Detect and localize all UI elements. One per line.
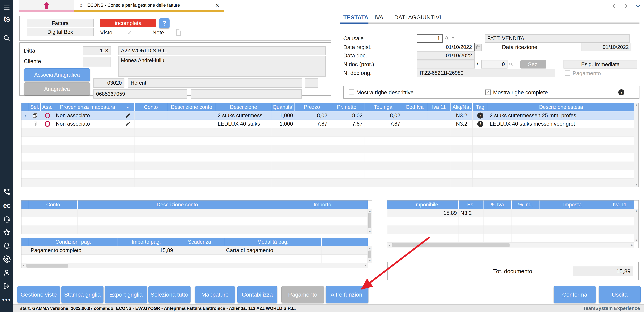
grid-cell[interactable] [488, 153, 634, 162]
causale-code-field[interactable]: 1 [417, 34, 443, 43]
grid-cell[interactable] [22, 162, 29, 170]
table-row-empty[interactable] [388, 226, 634, 234]
grid-cell[interactable] [54, 136, 121, 145]
grid-cell[interactable] [295, 136, 329, 145]
grid-cell[interactable] [216, 145, 271, 153]
edit-pencil-icon[interactable] [121, 111, 135, 119]
grid-cell[interactable] [451, 128, 472, 136]
col-iva-11[interactable]: Iva 11 [605, 201, 634, 209]
table-row-empty[interactable] [22, 136, 634, 145]
cell-modalita[interactable]: Carta di pagamento [224, 246, 322, 254]
cell-iva-11[interactable] [427, 111, 451, 119]
table-row[interactable]: › Non associato 2 stuks cuttermess 1,000… [22, 111, 634, 120]
scroll-right-icon[interactable]: ► [364, 263, 368, 268]
tag-info-icon[interactable]: i [472, 120, 488, 128]
grid-cell[interactable] [41, 162, 54, 170]
grid-cell[interactable] [121, 179, 135, 187]
grid-cell[interactable] [54, 153, 121, 162]
favorite-star-icon[interactable]: ☆ [78, 2, 84, 9]
grid-cell[interactable] [329, 162, 364, 170]
grid-cell[interactable] [459, 226, 484, 234]
grid-cell[interactable] [451, 145, 472, 153]
grid-cell[interactable] [54, 179, 121, 187]
citta-field[interactable]: Herent [128, 78, 302, 88]
scroll-down-icon[interactable]: ▼ [634, 238, 638, 242]
grid-cell[interactable] [295, 153, 329, 162]
grid-cell[interactable] [295, 170, 329, 178]
cell-tot-riga[interactable]: 8,02 [364, 111, 402, 119]
col-aliq-nat[interactable]: Aliq/Nat [451, 103, 472, 111]
cell-imponibile[interactable]: 15,89 [394, 209, 459, 217]
grid-cell[interactable] [29, 153, 41, 162]
grid-cell[interactable] [22, 209, 29, 217]
grid-cell[interactable] [121, 153, 135, 162]
col-descrizione[interactable]: Descrizione [216, 103, 271, 111]
esig-immediata-button[interactable]: Esig. Immediata [564, 60, 637, 69]
grid-cell[interactable] [29, 128, 41, 136]
grid-cell[interactable] [54, 170, 121, 178]
edit-pencil-icon[interactable] [121, 120, 135, 128]
mostra-descrittive-checkbox[interactable] [349, 89, 354, 95]
grid-cell[interactable] [472, 153, 488, 162]
col-quantita[interactable]: Quantita' [271, 103, 295, 111]
grid-cell[interactable] [451, 170, 472, 178]
scroll-down-icon[interactable]: ▼ [634, 183, 638, 187]
grid-cell[interactable] [167, 162, 216, 170]
grid-cell[interactable] [54, 162, 121, 170]
grid-cell[interactable] [29, 145, 41, 153]
cliente-code-field[interactable] [83, 57, 111, 67]
grid-cell[interactable] [540, 217, 605, 226]
table-row-empty[interactable] [22, 153, 634, 162]
grid-cell[interactable] [22, 179, 29, 187]
vertical-scrollbar[interactable]: ▲ ▼ [634, 209, 638, 242]
col-indicator[interactable] [22, 201, 29, 209]
tab-iva[interactable]: IVA [374, 14, 383, 21]
info-icon[interactable]: i [618, 89, 624, 95]
table-row-empty[interactable] [22, 209, 368, 217]
unassociated-circle-icon[interactable] [41, 120, 54, 128]
cell-pr-netto[interactable]: 8,02 [329, 111, 364, 119]
grid-cell[interactable] [41, 179, 54, 187]
scroll-up-icon[interactable]: ▲ [368, 246, 372, 250]
cell-perc-iva[interactable] [484, 209, 512, 217]
grid-cell[interactable] [277, 217, 368, 226]
col-importo-pag[interactable]: Importo pag. [118, 238, 175, 246]
stampa-griglia-button[interactable]: Stampa griglia [61, 286, 104, 303]
scrollbar-thumb[interactable] [392, 243, 510, 247]
ec-logo-icon[interactable]: ec [0, 200, 14, 211]
grid-cell[interactable] [295, 145, 329, 153]
grid-cell[interactable] [271, 162, 295, 170]
scroll-down-icon[interactable]: ▼ [368, 259, 372, 263]
grid-cell[interactable] [451, 162, 472, 170]
data-doc-field[interactable]: 01/10/2022 [417, 51, 474, 60]
grid-cell[interactable] [402, 128, 427, 136]
nav-back-icon[interactable] [608, 0, 620, 12]
horizontal-scrollbar[interactable]: ◄ ► [22, 263, 368, 268]
cell-descrizione-conto[interactable] [167, 120, 216, 128]
grid-cell[interactable] [364, 153, 402, 162]
grid-cell[interactable] [605, 234, 634, 242]
tab-home[interactable] [19, 0, 74, 12]
cell-es[interactable]: N3.2 [459, 209, 484, 217]
grid-cell[interactable] [271, 179, 295, 187]
col-condizioni[interactable]: Condizioni pag. [29, 238, 118, 246]
grid-cell[interactable] [167, 153, 216, 162]
grid-cell[interactable] [121, 136, 135, 145]
grid-cell[interactable] [135, 162, 167, 170]
col-ass[interactable]: Ass. [41, 103, 54, 111]
cell-quantita[interactable]: 1,000 [271, 120, 295, 128]
grid-cell[interactable] [29, 226, 78, 234]
grid-cell[interactable] [224, 255, 322, 263]
grid-cell[interactable] [605, 226, 634, 234]
grid-cell[interactable] [512, 234, 540, 242]
table-row-empty[interactable] [22, 217, 368, 226]
grid-cell[interactable] [216, 170, 271, 178]
grid-cell[interactable] [402, 145, 427, 153]
table-row[interactable]: Non associato LEDLUX 40 stuks 1,000 7,87… [22, 120, 634, 128]
grid-cell[interactable] [29, 136, 41, 145]
vertical-scrollbar[interactable]: ▲ ▼ [634, 103, 638, 187]
scrollbar-thumb[interactable] [368, 213, 371, 228]
scrollbar-thumb[interactable] [368, 251, 371, 258]
scroll-up-icon[interactable]: ▲ [634, 103, 638, 107]
col-descrizione-conto[interactable]: Descrizione conto [167, 103, 216, 111]
